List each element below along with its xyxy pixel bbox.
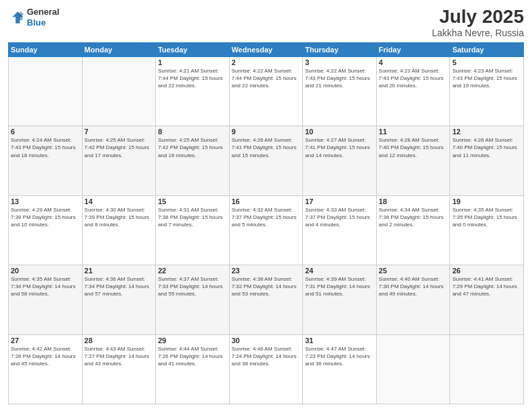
day-info: Sunrise: 4:27 AM Sunset: 7:41 PM Dayligh… [305, 136, 374, 159]
day-number: 10 [305, 128, 374, 136]
day-info: Sunrise: 4:43 AM Sunset: 7:27 PM Dayligh… [85, 345, 154, 368]
day-number: 5 [452, 58, 521, 66]
day-info: Sunrise: 4:31 AM Sunset: 7:38 PM Dayligh… [158, 206, 227, 229]
day-info: Sunrise: 4:26 AM Sunset: 7:41 PM Dayligh… [232, 136, 301, 159]
table-row: 12Sunrise: 4:28 AM Sunset: 7:40 PM Dayli… [450, 126, 524, 195]
day-info: Sunrise: 4:22 AM Sunset: 7:44 PM Dayligh… [232, 67, 301, 90]
day-info: Sunrise: 4:28 AM Sunset: 7:40 PM Dayligh… [452, 136, 521, 159]
table-row: 20Sunrise: 4:35 AM Sunset: 7:34 PM Dayli… [9, 265, 83, 334]
table-row: 4Sunrise: 4:23 AM Sunset: 7:43 PM Daylig… [376, 56, 450, 126]
table-row: 6Sunrise: 4:24 AM Sunset: 7:43 PM Daylig… [9, 126, 83, 195]
table-row: 25Sunrise: 4:40 AM Sunset: 7:30 PM Dayli… [376, 265, 450, 334]
day-number: 25 [379, 267, 448, 275]
day-number: 7 [85, 128, 154, 136]
table-row: 30Sunrise: 4:46 AM Sunset: 7:24 PM Dayli… [229, 334, 303, 404]
table-row: 22Sunrise: 4:37 AM Sunset: 7:33 PM Dayli… [156, 265, 230, 334]
table-row: 31Sunrise: 4:47 AM Sunset: 7:23 PM Dayli… [303, 334, 377, 404]
day-info: Sunrise: 4:28 AM Sunset: 7:40 PM Dayligh… [379, 136, 448, 159]
table-row: 2Sunrise: 4:22 AM Sunset: 7:44 PM Daylig… [229, 56, 303, 126]
page: General Blue July 2025 Lakkha Nevre, Rus… [0, 0, 532, 411]
day-number: 20 [11, 267, 80, 275]
day-number: 24 [305, 267, 374, 275]
table-row: 3Sunrise: 4:22 AM Sunset: 7:43 PM Daylig… [303, 56, 377, 126]
col-wednesday: Wednesday [229, 42, 303, 56]
day-number: 31 [305, 336, 374, 345]
day-info: Sunrise: 4:22 AM Sunset: 7:43 PM Dayligh… [305, 67, 374, 90]
day-info: Sunrise: 4:41 AM Sunset: 7:29 PM Dayligh… [452, 275, 521, 298]
day-number: 14 [85, 197, 154, 205]
day-info: Sunrise: 4:32 AM Sunset: 7:37 PM Dayligh… [232, 206, 301, 229]
table-row: 11Sunrise: 4:28 AM Sunset: 7:40 PM Dayli… [376, 126, 450, 195]
col-sunday: Sunday [9, 42, 83, 56]
day-number: 23 [232, 267, 301, 275]
day-number: 26 [452, 267, 521, 275]
table-row: 21Sunrise: 4:36 AM Sunset: 7:34 PM Dayli… [82, 265, 156, 334]
table-row: 10Sunrise: 4:27 AM Sunset: 7:41 PM Dayli… [303, 126, 377, 195]
day-number: 30 [232, 336, 301, 345]
day-info: Sunrise: 4:35 AM Sunset: 7:34 PM Dayligh… [11, 275, 80, 298]
day-info: Sunrise: 4:29 AM Sunset: 7:39 PM Dayligh… [11, 206, 80, 229]
month-title: July 2025 [432, 7, 524, 28]
table-row: 17Sunrise: 4:33 AM Sunset: 7:37 PM Dayli… [303, 195, 377, 265]
day-number: 1 [158, 58, 227, 66]
calendar-header-row: Sunday Monday Tuesday Wednesday Thursday… [9, 42, 524, 56]
table-row [376, 334, 450, 404]
day-info: Sunrise: 4:46 AM Sunset: 7:24 PM Dayligh… [232, 345, 301, 368]
col-thursday: Thursday [303, 42, 377, 56]
table-row: 26Sunrise: 4:41 AM Sunset: 7:29 PM Dayli… [450, 265, 524, 334]
table-row: 13Sunrise: 4:29 AM Sunset: 7:39 PM Dayli… [9, 195, 83, 265]
logo: General Blue [8, 7, 59, 28]
table-row: 24Sunrise: 4:39 AM Sunset: 7:31 PM Dayli… [303, 265, 377, 334]
table-row: 1Sunrise: 4:21 AM Sunset: 7:44 PM Daylig… [156, 56, 230, 126]
day-info: Sunrise: 4:23 AM Sunset: 7:43 PM Dayligh… [452, 67, 521, 90]
day-number: 27 [11, 336, 80, 345]
day-info: Sunrise: 4:39 AM Sunset: 7:31 PM Dayligh… [305, 275, 374, 298]
table-row: 5Sunrise: 4:23 AM Sunset: 7:43 PM Daylig… [450, 56, 524, 126]
day-number: 3 [305, 58, 374, 66]
day-info: Sunrise: 4:25 AM Sunset: 7:42 PM Dayligh… [85, 136, 154, 159]
table-row [9, 56, 83, 126]
day-number: 29 [158, 336, 227, 345]
table-row: 27Sunrise: 4:42 AM Sunset: 7:28 PM Dayli… [9, 334, 83, 404]
day-info: Sunrise: 4:38 AM Sunset: 7:32 PM Dayligh… [232, 275, 301, 298]
day-number: 18 [379, 197, 448, 205]
col-tuesday: Tuesday [156, 42, 230, 56]
day-number: 28 [85, 336, 154, 345]
day-info: Sunrise: 4:35 AM Sunset: 7:35 PM Dayligh… [452, 206, 521, 229]
day-info: Sunrise: 4:25 AM Sunset: 7:42 PM Dayligh… [158, 136, 227, 159]
day-info: Sunrise: 4:24 AM Sunset: 7:43 PM Dayligh… [11, 136, 80, 159]
day-number: 22 [158, 267, 227, 275]
day-number: 19 [452, 197, 521, 205]
table-row: 16Sunrise: 4:32 AM Sunset: 7:37 PM Dayli… [229, 195, 303, 265]
title-block: July 2025 Lakkha Nevre, Russia [432, 7, 524, 38]
day-number: 15 [158, 197, 227, 205]
location-title: Lakkha Nevre, Russia [432, 28, 524, 38]
table-row: 15Sunrise: 4:31 AM Sunset: 7:38 PM Dayli… [156, 195, 230, 265]
day-number: 16 [232, 197, 301, 205]
logo-general-text: General [27, 7, 59, 17]
day-number: 2 [232, 58, 301, 66]
logo-icon [8, 9, 24, 26]
day-info: Sunrise: 4:42 AM Sunset: 7:28 PM Dayligh… [11, 345, 80, 368]
day-number: 12 [452, 128, 521, 136]
calendar-table: Sunday Monday Tuesday Wednesday Thursday… [8, 42, 524, 404]
col-saturday: Saturday [450, 42, 524, 56]
day-info: Sunrise: 4:36 AM Sunset: 7:34 PM Dayligh… [85, 275, 154, 298]
day-info: Sunrise: 4:21 AM Sunset: 7:44 PM Dayligh… [158, 67, 227, 90]
day-number: 17 [305, 197, 374, 205]
table-row [450, 334, 524, 404]
day-info: Sunrise: 4:37 AM Sunset: 7:33 PM Dayligh… [158, 275, 227, 298]
day-number: 8 [158, 128, 227, 136]
day-number: 9 [232, 128, 301, 136]
table-row: 28Sunrise: 4:43 AM Sunset: 7:27 PM Dayli… [82, 334, 156, 404]
day-info: Sunrise: 4:34 AM Sunset: 7:36 PM Dayligh… [379, 206, 448, 229]
table-row: 29Sunrise: 4:44 AM Sunset: 7:26 PM Dayli… [156, 334, 230, 404]
day-info: Sunrise: 4:47 AM Sunset: 7:23 PM Dayligh… [305, 345, 374, 368]
day-number: 6 [11, 128, 80, 136]
day-info: Sunrise: 4:30 AM Sunset: 7:39 PM Dayligh… [85, 206, 154, 229]
table-row: 19Sunrise: 4:35 AM Sunset: 7:35 PM Dayli… [450, 195, 524, 265]
table-row [82, 56, 156, 126]
logo-blue-text: Blue [27, 17, 46, 28]
table-row: 23Sunrise: 4:38 AM Sunset: 7:32 PM Dayli… [229, 265, 303, 334]
header: General Blue July 2025 Lakkha Nevre, Rus… [8, 7, 524, 38]
